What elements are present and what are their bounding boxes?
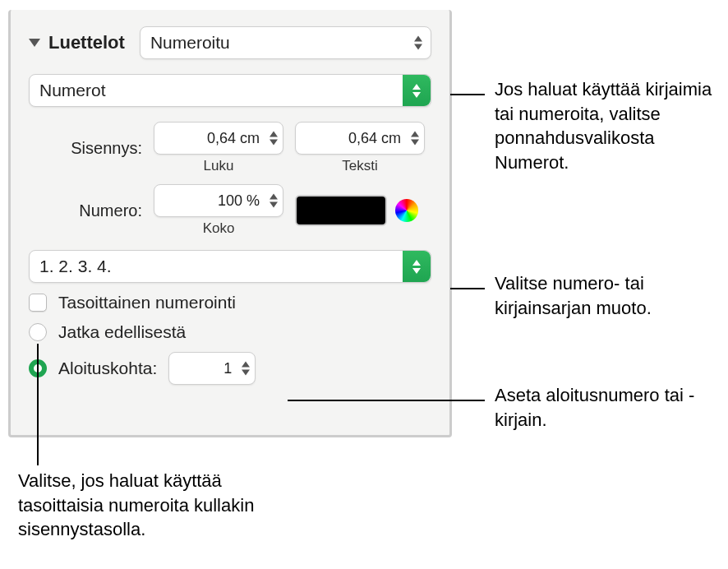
lists-panel: Luettelot Numeroitu Numerot Sisennys: 0,…: [8, 10, 452, 437]
continue-radio[interactable]: [29, 323, 47, 341]
start-at-label: Aloituskohta:: [58, 359, 157, 378]
number-format-value: Numerot: [39, 81, 106, 100]
indent-number-sublabel: Luku: [154, 158, 283, 174]
number-color-well[interactable]: [295, 195, 387, 226]
indent-text-sublabel: Teksti: [295, 158, 425, 174]
indent-number-stepper[interactable]: 0,64 cm: [154, 122, 283, 155]
updown-stepper-icon: [414, 36, 422, 50]
number-size-label: Numero:: [50, 201, 142, 220]
start-at-value: 1: [177, 360, 232, 377]
number-size-sublabel: Koko: [154, 220, 283, 237]
indent-label: Sisennys:: [50, 139, 142, 158]
indent-text-stepper[interactable]: 0,64 cm: [295, 122, 425, 155]
start-at-stepper[interactable]: 1: [168, 352, 256, 385]
popup-indicator-icon: [403, 75, 431, 106]
indent-text-value: 0,64 cm: [304, 130, 401, 147]
callout-start-number: Aseta aloitusnumero tai -kirjain.: [495, 383, 721, 432]
callout-number-format: Jos haluat käyttää kirjaimia tai numeroi…: [495, 77, 721, 175]
sequence-format-popup[interactable]: 1. 2. 3. 4.: [29, 250, 431, 283]
stepper-arrows-icon: [242, 362, 250, 376]
number-size-value: 100 %: [163, 192, 260, 210]
tiered-numbering-label: Tasoittainen numerointi: [58, 293, 236, 312]
list-type-value: Numeroitu: [150, 33, 230, 53]
list-type-select[interactable]: Numeroitu: [140, 26, 431, 59]
disclosure-triangle-icon[interactable]: [29, 39, 40, 47]
color-wheel-icon[interactable]: [395, 199, 418, 222]
callout-leader-line: [288, 400, 485, 401]
number-format-popup[interactable]: Numerot: [29, 74, 431, 107]
stepper-arrows-icon: [270, 194, 278, 208]
indent-number-value: 0,64 cm: [163, 130, 260, 147]
stepper-arrows-icon: [411, 132, 419, 146]
callout-sequence-format: Valitse numero- tai kirjainsarjan muoto.: [495, 271, 721, 320]
callout-tiered: Valitse, jos haluat käyttää tasoittaisia…: [18, 469, 297, 542]
callout-leader-line: [450, 94, 485, 95]
tiered-numbering-checkbox[interactable]: [29, 294, 47, 312]
popup-indicator-icon: [403, 251, 431, 282]
number-size-stepper[interactable]: 100 %: [154, 184, 283, 217]
stepper-arrows-icon: [270, 132, 278, 146]
sequence-format-value: 1. 2. 3. 4.: [39, 257, 112, 276]
callout-leader-line: [450, 288, 485, 289]
section-title: Luettelot: [48, 32, 125, 53]
callout-leader-line: [37, 344, 39, 465]
continue-radio-label: Jatka edellisestä: [58, 322, 186, 342]
